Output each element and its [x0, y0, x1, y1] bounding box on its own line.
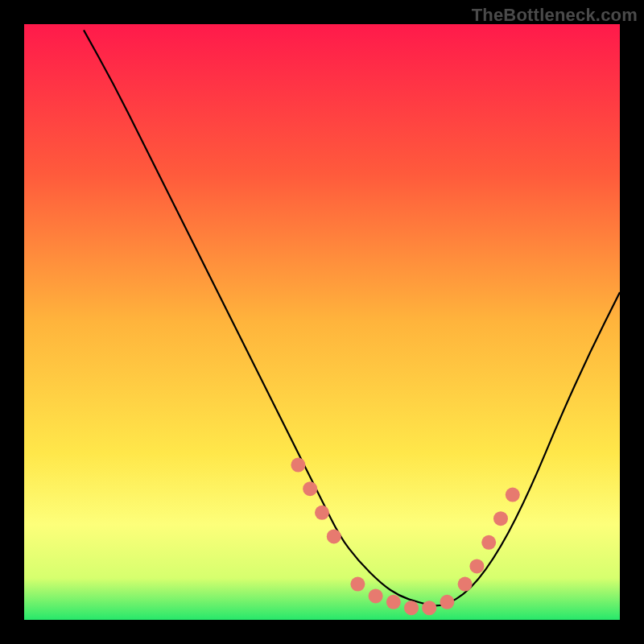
chart-marker — [493, 511, 508, 526]
chart-marker — [469, 559, 484, 573]
chart-marker — [506, 488, 520, 502]
chart-marker — [422, 601, 436, 615]
chart-marker — [303, 481, 317, 496]
chart-marker — [458, 577, 473, 592]
chart-marker — [369, 588, 383, 603]
chart-background — [24, 24, 620, 620]
chart-marker — [404, 601, 419, 615]
chart-marker — [481, 535, 496, 550]
chart-marker — [291, 458, 305, 473]
chart-frame: TheBottleneck.com — [0, 0, 644, 644]
chart-marker — [386, 595, 401, 609]
chart-plot-area — [24, 24, 620, 620]
chart-marker — [315, 506, 329, 520]
chart-marker — [440, 595, 454, 609]
watermark-label: TheBottleneck.com — [472, 5, 638, 26]
chart-marker — [327, 529, 341, 543]
chart-marker — [350, 577, 365, 592]
chart-svg — [24, 24, 620, 620]
